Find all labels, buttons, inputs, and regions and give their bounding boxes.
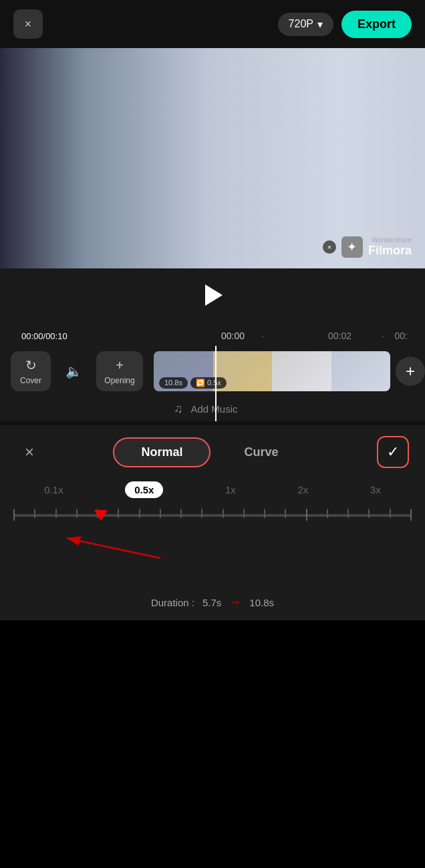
tab-curve[interactable]: Curve (216, 437, 306, 467)
speed-labels: 0.1x 0.5x 1x 2x 3x (13, 481, 412, 498)
tick-3 (55, 509, 57, 518)
tick-15 (306, 509, 307, 521)
duration-to: 10.8s (249, 597, 274, 608)
time-marker-far: 00: (395, 331, 408, 341)
speed-slider[interactable] (13, 505, 412, 526)
watermark-logo: Wondershare Filmora (368, 236, 412, 258)
tick-13 (264, 509, 265, 518)
time-dot-1: · (261, 331, 264, 341)
video-frame (0, 48, 425, 268)
tick-14 (285, 509, 286, 518)
time-marker-2: 00:02 (328, 331, 351, 341)
tick-18 (368, 509, 370, 518)
close-icon: × (25, 17, 32, 31)
speed-0.5x-active: 0.5x (125, 481, 163, 498)
controls-area (0, 268, 425, 323)
thumb-3 (272, 351, 331, 391)
header: × 720P ▾ Export (0, 0, 425, 48)
timeline-labels: 00:00/00:10 00:00 · 00:02 · 00: (0, 323, 425, 346)
speed-badge: 🔁 0.5x (190, 377, 227, 389)
chevron-down-icon: ▾ (317, 18, 323, 31)
track-container: ↻ Cover 🔈 + Opening 10.8s (0, 346, 425, 421)
time-marker-0: 00:00 (221, 331, 245, 341)
speed-panel: × Normal Curve ✓ 0.1x 0.5x 1x 2x 3x (0, 425, 425, 620)
tick-20 (410, 509, 412, 521)
tick-17 (347, 509, 349, 518)
speed-slider-area: 0.1x 0.5x 1x 2x 3x (0, 481, 425, 585)
speed-3x: 3x (370, 484, 381, 495)
resolution-label: 720P (289, 18, 313, 30)
cover-label: Cover (20, 376, 41, 385)
tick-2 (34, 509, 35, 518)
confirm-button[interactable]: ✓ (377, 436, 409, 468)
duration-badge: 10.8s (159, 377, 188, 389)
time-display: 00:00/00:10 (21, 331, 88, 341)
slider-track (13, 514, 412, 517)
duration-from: 5.7s (202, 597, 221, 608)
opening-label: Opening (104, 376, 134, 385)
add-music-label: Add Music (191, 403, 238, 415)
confirm-icon: ✓ (387, 443, 399, 461)
watermark: × ✦ Wondershare Filmora (323, 236, 412, 258)
tick-19 (390, 509, 391, 518)
opening-plus-icon: + (116, 358, 124, 373)
speed-1x: 1x (225, 484, 236, 495)
opening-button[interactable]: + Opening (96, 351, 143, 391)
tick-16 (327, 509, 328, 518)
duration-label: Duration : (151, 597, 194, 608)
cancel-icon: × (25, 443, 34, 461)
tick-6 (118, 509, 119, 518)
track-area: ↻ Cover 🔈 + Opening 10.8s (0, 346, 425, 397)
duration-info: Duration : 5.7s → 10.8s (0, 585, 425, 620)
close-button[interactable]: × (13, 9, 43, 39)
slider-thumb[interactable] (94, 510, 108, 521)
tick-12 (243, 509, 245, 518)
tick-10 (201, 509, 202, 518)
music-track[interactable]: ♫ Add Music (0, 397, 425, 421)
tick-1 (13, 509, 15, 521)
timeline-row: 00:00/00:10 00:00 · 00:02 · 00: (11, 326, 414, 346)
music-icon: ♫ (174, 402, 183, 416)
add-clip-icon: + (406, 362, 415, 381)
export-button[interactable]: Export (341, 11, 412, 38)
watermark-close-icon[interactable]: × (323, 240, 336, 254)
volume-button[interactable]: 🔈 (64, 362, 83, 381)
video-track: 10.8s 🔁 0.5x (154, 351, 390, 391)
speed-0.1x: 0.1x (44, 484, 63, 495)
thumb-4 (331, 351, 391, 391)
cancel-button[interactable]: × (16, 439, 43, 465)
cover-refresh-icon: ↻ (25, 357, 37, 373)
resolution-button[interactable]: 720P ▾ (278, 13, 333, 36)
play-button[interactable] (196, 279, 229, 311)
duration-arrow-icon: → (229, 596, 241, 610)
export-label: Export (358, 17, 396, 31)
tick-9 (180, 509, 182, 518)
track-clip[interactable]: 10.8s 🔁 0.5x (154, 351, 390, 391)
red-arrow-annotation (27, 531, 174, 565)
track-left-controls: ↻ Cover 🔈 + Opening (0, 351, 154, 391)
cover-button[interactable]: ↻ Cover (11, 351, 51, 391)
tab-group: Normal Curve (113, 437, 306, 467)
track-badges: 10.8s 🔁 0.5x (159, 377, 227, 389)
tick-4 (76, 509, 78, 518)
tick-7 (139, 509, 140, 518)
annotation-area (13, 531, 412, 572)
tab-normal-label: Normal (141, 445, 182, 459)
tick-11 (223, 509, 224, 518)
tab-bar: × Normal Curve ✓ (0, 436, 425, 468)
svg-line-1 (67, 538, 160, 558)
filmora-icon: ✦ (341, 236, 363, 258)
tab-curve-label: Curve (244, 445, 278, 459)
volume-icon: 🔈 (65, 363, 82, 379)
brand-small: Wondershare (372, 236, 412, 244)
time-dot-2: · (382, 331, 384, 341)
tick-8 (160, 509, 161, 518)
brand-large: Filmora (368, 244, 412, 258)
video-preview: × ✦ Wondershare Filmora (0, 48, 425, 268)
speed-2x: 2x (297, 484, 308, 495)
tab-normal[interactable]: Normal (113, 437, 210, 467)
add-clip-button[interactable]: + (396, 357, 425, 386)
play-icon (205, 284, 223, 306)
